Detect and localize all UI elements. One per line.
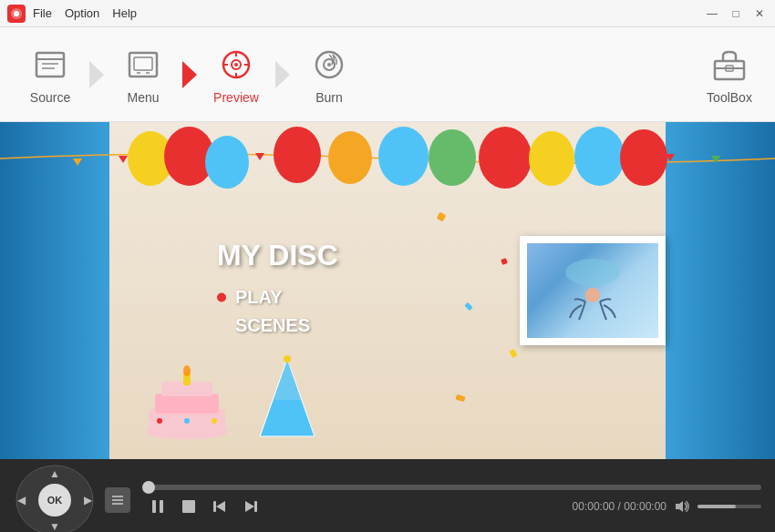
progress-bar[interactable] (149, 485, 761, 490)
list-button[interactable] (105, 487, 130, 513)
video-preview: MY DISC PLAY SCENES (0, 122, 775, 459)
menu-file[interactable]: File (33, 6, 52, 20)
svg-rect-20 (715, 61, 744, 79)
prev-button[interactable] (211, 497, 229, 516)
svg-marker-37 (711, 156, 720, 163)
toolbox-icon (709, 45, 749, 85)
svg-point-12 (234, 63, 238, 66)
menu-help[interactable]: Help (112, 6, 137, 20)
preview-label: Preview (213, 90, 259, 105)
svg-rect-57 (152, 500, 156, 513)
disc-menu: MY DISC PLAY SCENES (217, 239, 338, 343)
svg-point-52 (585, 288, 600, 302)
volume-icon (674, 499, 690, 514)
svg-point-44 (212, 418, 217, 424)
svg-rect-7 (134, 57, 152, 70)
toolbar: Source Menu (0, 27, 775, 122)
svg-rect-58 (160, 500, 163, 513)
video-area: MY DISC PLAY SCENES (0, 122, 775, 459)
svg-point-50 (284, 355, 291, 363)
menu-option[interactable]: Option (65, 6, 99, 20)
video-thumbnail (520, 236, 666, 345)
nav-right-button[interactable]: ▶ (84, 494, 92, 506)
pause-button[interactable] (149, 497, 167, 516)
playback-section: 00:00:00 / 00:00:00 (149, 485, 761, 516)
controls-bar: ▲ ▼ ◀ ▶ OK (0, 459, 775, 532)
playback-controls-row: 00:00:00 / 00:00:00 (149, 497, 761, 516)
nav-toolbox[interactable]: ToolBox (693, 38, 766, 111)
close-button[interactable]: ✕ (751, 5, 768, 22)
menu-bar[interactable]: File Option Help (33, 6, 137, 20)
ok-button[interactable]: OK (38, 484, 71, 517)
stop-button[interactable] (180, 497, 198, 516)
menu-dot-play (217, 292, 226, 302)
source-icon (30, 45, 70, 85)
svg-marker-24 (119, 156, 128, 163)
minimize-button[interactable]: — (704, 5, 720, 22)
svg-marker-62 (245, 501, 254, 512)
svg-marker-60 (216, 501, 225, 512)
nav-items: Source Menu (9, 27, 370, 121)
svg-rect-61 (213, 501, 216, 512)
nav-left-button[interactable]: ◀ (17, 494, 26, 506)
svg-marker-27 (255, 153, 264, 160)
nav-down-button[interactable]: ▼ (49, 520, 60, 532)
svg-point-1 (14, 11, 19, 16)
svg-rect-59 (182, 500, 195, 513)
toolbox-label: ToolBox (707, 90, 752, 105)
svg-rect-2 (36, 53, 64, 77)
app-logo (7, 5, 26, 23)
next-button[interactable] (242, 497, 260, 516)
svg-marker-64 (676, 501, 683, 512)
svg-point-19 (327, 63, 331, 66)
svg-point-46 (183, 365, 191, 376)
svg-rect-63 (254, 501, 257, 512)
volume-fill (698, 505, 736, 508)
menu-nav-icon (123, 45, 163, 85)
menu-play[interactable]: PLAY (217, 287, 338, 308)
nav-menu[interactable]: Menu (102, 38, 184, 111)
source-label: Source (30, 90, 70, 105)
nav-burn[interactable]: Burn (288, 38, 370, 111)
menu-label: Menu (127, 90, 159, 105)
nav-up-button[interactable]: ▲ (49, 467, 60, 480)
svg-marker-23 (73, 159, 82, 166)
title-bar: File Option Help — □ ✕ (0, 0, 775, 27)
progress-thumb[interactable] (142, 481, 155, 494)
svg-rect-40 (155, 394, 219, 414)
window-controls[interactable]: — □ ✕ (704, 5, 768, 22)
maximize-button[interactable]: □ (728, 5, 744, 22)
menu-scenes[interactable]: SCENES (217, 315, 338, 336)
nav-circle: ▲ ▼ ◀ ▶ OK (14, 464, 96, 532)
nav-preview[interactable]: Preview (195, 38, 277, 111)
svg-marker-48 (274, 359, 301, 400)
time-display: 00:00:00 / 00:00:00 (573, 499, 761, 514)
disc-title: MY DISC (217, 239, 338, 272)
svg-point-51 (565, 259, 620, 286)
nav-source[interactable]: Source (9, 38, 91, 111)
svg-point-42 (157, 418, 162, 424)
volume-slider[interactable] (698, 505, 761, 508)
burn-label: Burn (315, 90, 343, 105)
preview-icon (216, 45, 256, 85)
svg-point-43 (184, 418, 190, 424)
burn-icon (309, 45, 349, 85)
current-time: 00:00:00 / 00:00:00 (573, 500, 666, 513)
nav-divider-2 (182, 61, 197, 88)
